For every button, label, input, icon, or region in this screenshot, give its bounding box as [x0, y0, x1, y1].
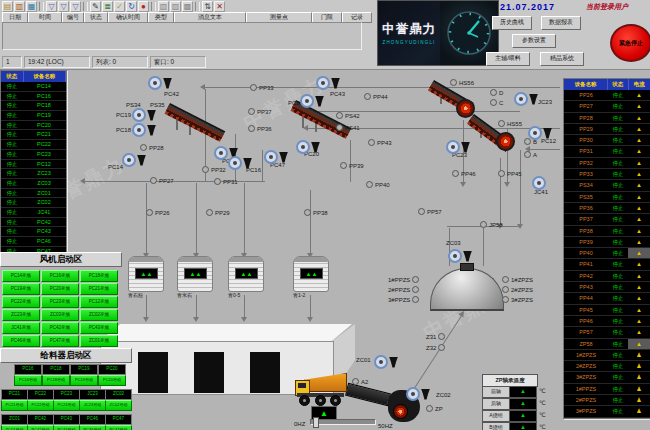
status-dot-icon[interactable] [352, 378, 359, 385]
device-row[interactable]: 3#PPZS停止♟ [564, 406, 650, 417]
fan-start-button[interactable]: PC46变频 [2, 335, 40, 347]
feeder-fan-icon[interactable] [406, 387, 430, 401]
device-row[interactable]: PS34停止▲ [564, 180, 650, 191]
device-row[interactable]: 停止PC12 [1, 160, 66, 170]
status-dot-icon[interactable] [340, 162, 347, 169]
device-row[interactable]: 2#ZPZS停止♟ [564, 361, 650, 372]
status-dot-icon[interactable] [524, 151, 531, 158]
device-row[interactable]: 1#PPZS停止♟ [564, 384, 650, 395]
device-row[interactable]: PP38停止▲ [564, 226, 650, 237]
ack-icon[interactable]: ✓ [114, 1, 125, 12]
fan-only-icon[interactable] [532, 176, 546, 190]
feeder-fan-icon[interactable] [132, 123, 156, 137]
status-dot-icon[interactable] [140, 144, 147, 151]
device-row[interactable]: ZP58停止▲ [564, 339, 650, 350]
sort-icon[interactable]: ⇅ [202, 1, 213, 12]
status-dot-icon[interactable] [490, 89, 497, 96]
device-row[interactable]: PP42停止▲ [564, 271, 650, 282]
status-dot-icon[interactable] [450, 79, 457, 86]
status-dot-icon[interactable] [248, 108, 255, 115]
feeder-start-button[interactable]: PC43启动 [53, 425, 80, 430]
status-dot-icon[interactable] [250, 84, 257, 91]
fan-start-button[interactable]: ZC02变频 [80, 309, 118, 321]
device-row[interactable]: 1#ZPZS停止♟ [564, 350, 650, 361]
feeder-start-button[interactable]: PC46启动 [79, 425, 106, 430]
new-page-icon[interactable]: ▤ [2, 1, 13, 12]
status-dot-icon[interactable] [150, 177, 157, 184]
slider-thumb[interactable] [313, 417, 319, 428]
fan-start-button[interactable]: PC16变频 [41, 270, 79, 282]
feeder-fan-icon[interactable] [132, 108, 156, 122]
fan-start-button[interactable]: PC14变频 [2, 270, 40, 282]
feeder-fan-icon[interactable] [300, 94, 324, 108]
device-row[interactable]: PP43停止▲ [564, 282, 650, 293]
device-row[interactable]: PP30停止▲ [564, 135, 650, 146]
status-dot-icon[interactable] [336, 124, 343, 131]
feeder-start-button[interactable]: PC20启动 [98, 375, 126, 386]
device-row[interactable]: PP29停止▲ [564, 124, 650, 135]
refresh-icon[interactable]: ↻ [126, 1, 137, 12]
device-row[interactable]: PP40停止▲ [564, 248, 650, 259]
device-row[interactable]: PS35停止▲ [564, 192, 650, 203]
alarm-list[interactable] [2, 22, 362, 50]
status-dot-icon[interactable] [438, 333, 445, 340]
status-dot-icon[interactable] [412, 296, 419, 303]
status-dot-icon[interactable] [490, 99, 497, 106]
feeder-start-button[interactable]: ZC01启动 [1, 425, 28, 430]
device-row[interactable]: 停止PC20 [1, 121, 66, 131]
emergency-stop-button[interactable]: 紧急停止 [610, 24, 650, 62]
open-icon[interactable]: ▥ [14, 1, 25, 12]
fan-start-button[interactable]: PC42变频 [41, 322, 79, 334]
feeder-start-button[interactable]: PC16启动 [14, 375, 42, 386]
nav-button-1[interactable]: 历史曲线 [492, 16, 532, 30]
fan-start-button[interactable]: PC18变频 [80, 270, 118, 282]
crusher-icon[interactable] [496, 132, 515, 151]
nav-button-4[interactable]: 主辅/喂料 [486, 52, 530, 66]
feeder-fan-icon[interactable] [264, 150, 288, 164]
device-row[interactable]: 停止JC41 [1, 208, 66, 218]
feeder-fan-icon[interactable] [446, 140, 470, 154]
status-dot-icon[interactable] [336, 112, 343, 119]
nav-button-3[interactable]: 参数设置 [512, 34, 556, 48]
device-row[interactable]: 停止PC22 [1, 140, 66, 150]
fan-start-button[interactable]: PC22变频 [2, 296, 40, 308]
status-dot-icon[interactable] [438, 344, 445, 351]
table-2-icon[interactable]: ▨ [170, 1, 181, 12]
device-row[interactable]: PP44停止▲ [564, 293, 650, 304]
device-row[interactable]: 2#PPZS停止♟ [564, 395, 650, 406]
status-dot-icon[interactable] [412, 276, 419, 283]
feeder-start-button[interactable]: PC47启动 [105, 425, 132, 430]
feeder-fan-icon[interactable] [514, 92, 538, 106]
nav-button-2[interactable]: 数据报表 [541, 16, 581, 30]
fan-start-button[interactable]: ZC01变频 [80, 335, 118, 347]
device-row[interactable]: 停止ZC01 [1, 189, 66, 199]
device-row[interactable]: PP45停止▲ [564, 305, 650, 316]
device-row[interactable]: PP39停止▲ [564, 237, 650, 248]
table-3-icon[interactable]: ▩ [182, 1, 193, 12]
device-row[interactable]: 停止PC43 [1, 227, 66, 237]
feeder-fan-icon[interactable] [374, 355, 398, 369]
feeder-start-button[interactable]: PC23启动 [53, 400, 80, 411]
fan-start-button[interactable]: PC21变频 [80, 283, 118, 295]
status-dot-icon[interactable] [366, 181, 373, 188]
feeder-start-button[interactable]: PC19启动 [70, 375, 98, 386]
device-row[interactable]: 停止PC18 [1, 101, 66, 111]
feeder-start-button[interactable]: PC18启动 [42, 375, 70, 386]
fan-start-button[interactable]: ZC23变频 [2, 309, 40, 321]
device-row[interactable]: PP31停止▲ [564, 146, 650, 157]
feeder-start-button[interactable]: PC42启动 [27, 425, 54, 430]
device-row[interactable]: PP26停止▲ [564, 90, 650, 101]
feeder-fan-icon[interactable] [148, 76, 172, 90]
crusher-icon[interactable] [456, 99, 475, 118]
device-row[interactable]: PP27停止▲ [564, 101, 650, 112]
status-dot-icon[interactable] [368, 139, 375, 146]
status-dot-icon[interactable] [498, 170, 505, 177]
device-row[interactable]: 停止ZC03 [1, 179, 66, 189]
filter-3-icon[interactable]: ▽ [70, 1, 81, 12]
device-row[interactable]: PP46停止▲ [564, 316, 650, 327]
feeder-fan-icon[interactable] [528, 126, 552, 140]
feeder-fan-icon[interactable] [122, 153, 146, 167]
status-dot-icon[interactable] [304, 209, 311, 216]
device-row[interactable]: PP41停止▲ [564, 259, 650, 270]
device-row[interactable]: PP37停止▲ [564, 214, 650, 225]
